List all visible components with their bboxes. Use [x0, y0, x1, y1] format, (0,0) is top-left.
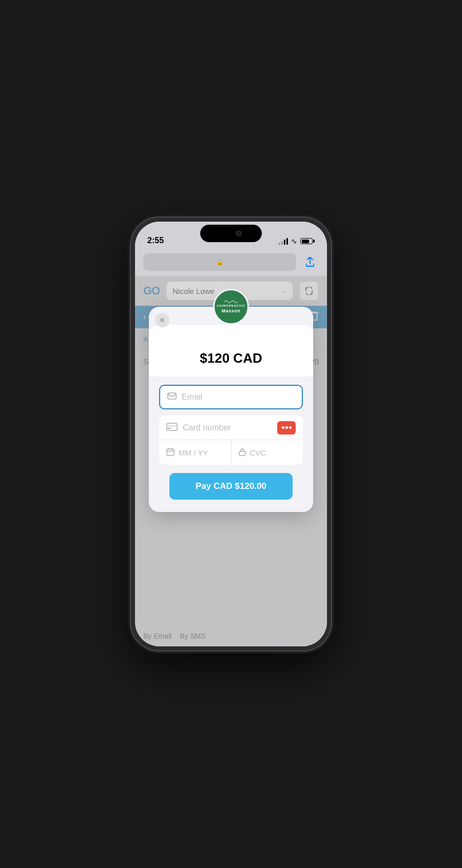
battery-icon	[300, 238, 315, 244]
svg-rect-0	[168, 393, 176, 399]
browser-bar: 🔒	[135, 249, 327, 276]
expiry-placeholder: MM / YY	[179, 448, 208, 457]
card-number-field[interactable]: Card number	[159, 416, 303, 440]
svg-rect-4	[167, 449, 174, 456]
clinic-name-top: CHIROPRACTIC	[217, 304, 245, 308]
cvc-placeholder: CVC	[250, 448, 266, 457]
cvc-field[interactable]: CVC	[232, 440, 303, 465]
svg-rect-3	[168, 428, 171, 429]
card-brand-dots	[282, 426, 292, 429]
lock-icon: 🔒	[216, 259, 224, 266]
close-icon: ✕	[159, 316, 165, 324]
clinic-logo: CHIROPRACTIC Masson	[213, 289, 249, 325]
lock-cvc-icon	[239, 448, 246, 458]
modal-body: Email	[149, 377, 313, 500]
card-brand-button[interactable]	[277, 421, 296, 435]
card-bottom-row: MM / YY CVC	[159, 440, 303, 465]
modal-header: $120 CAD	[149, 325, 313, 377]
card-number-placeholder: Card number	[183, 423, 272, 432]
email-field[interactable]: Email	[159, 385, 303, 409]
share-button[interactable]	[301, 253, 319, 271]
status-icons: ∿	[279, 237, 315, 245]
clinic-name-bottom: Masson	[222, 308, 241, 314]
url-bar[interactable]: 🔒	[143, 253, 296, 271]
email-placeholder: Email	[182, 392, 202, 402]
status-time: 2:55	[147, 236, 164, 245]
payment-modal: ✕ CHIROPRACTIC Masson $120 CAD	[149, 307, 313, 512]
modal-overlay: ✕ CHIROPRACTIC Masson $120 CAD	[135, 276, 327, 646]
calendar-icon	[166, 448, 175, 458]
wifi-icon: ∿	[291, 237, 297, 245]
signal-icon	[279, 238, 288, 245]
modal-close-button[interactable]: ✕	[155, 313, 169, 327]
pay-button-label: Pay CAD $120.00	[196, 481, 266, 491]
svg-rect-5	[168, 448, 169, 449]
svg-rect-7	[239, 451, 245, 456]
dynamic-island	[200, 225, 262, 242]
svg-rect-2	[167, 425, 177, 427]
email-icon	[167, 392, 177, 402]
expiry-field[interactable]: MM / YY	[159, 440, 232, 465]
card-fields: Card number	[159, 416, 303, 465]
modal-amount: $120 CAD	[159, 350, 303, 366]
pay-button[interactable]: Pay CAD $120.00	[169, 473, 293, 500]
camera	[236, 230, 242, 236]
svg-rect-6	[171, 448, 172, 449]
credit-card-icon	[166, 423, 178, 433]
